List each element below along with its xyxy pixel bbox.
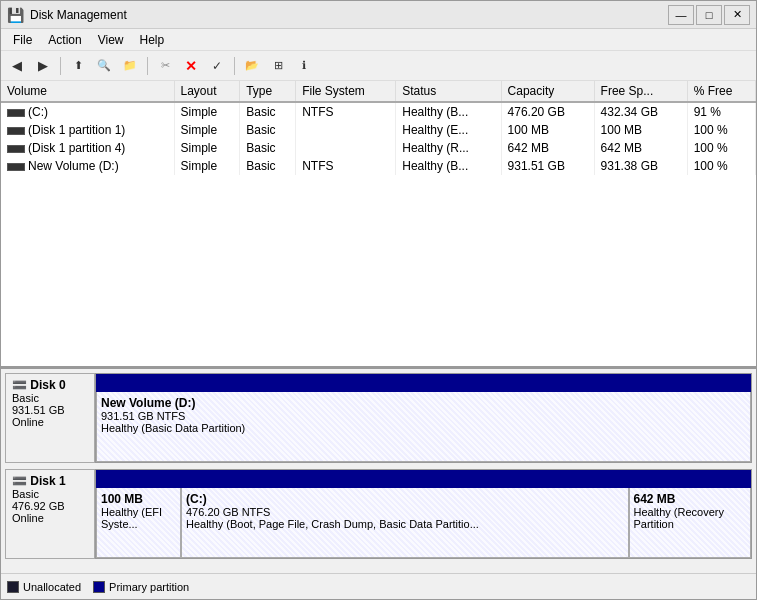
disk-1-partition-2[interactable]: 642 MB Healthy (Recovery Partition [629, 488, 752, 558]
col-type[interactable]: Type [240, 81, 296, 102]
menu-file[interactable]: File [5, 31, 40, 48]
disk-0-partitions-row: New Volume (D:) 931.51 GB NTFS Healthy (… [96, 392, 751, 462]
title-bar: 💾 Disk Management — □ ✕ [1, 1, 756, 29]
lower-pane: 🟰 Disk 0 Basic 931.51 GB Online New Volu… [1, 369, 756, 599]
disk-0-header-bar [96, 374, 751, 392]
col-pct-free[interactable]: % Free [687, 81, 755, 102]
cell-fs [296, 139, 396, 157]
cell-volume: New Volume (D:) [1, 157, 174, 175]
disk-1-part-0-name: 100 MB [101, 492, 176, 506]
disk-1-name: 🟰 Disk 1 [12, 474, 88, 488]
disk-1-header-bar [96, 470, 751, 488]
cell-layout: Simple [174, 157, 240, 175]
cut-button[interactable]: ✂ [153, 55, 177, 77]
cell-fs: NTFS [296, 102, 396, 121]
cell-layout: Simple [174, 102, 240, 121]
col-capacity[interactable]: Capacity [501, 81, 594, 102]
legend-primary-label: Primary partition [109, 581, 189, 593]
disk-0-partitions: New Volume (D:) 931.51 GB NTFS Healthy (… [95, 373, 752, 463]
cell-fs [296, 121, 396, 139]
up-button[interactable]: ⬆ [66, 55, 90, 77]
table-row[interactable]: (C:) Simple Basic NTFS Healthy (B... 476… [1, 102, 756, 121]
disk-0-partition-0[interactable]: New Volume (D:) 931.51 GB NTFS Healthy (… [96, 392, 751, 462]
disk-table: Volume Layout Type File System Status Ca… [1, 81, 756, 175]
col-status[interactable]: Status [396, 81, 501, 102]
disk-1-partition-0[interactable]: 100 MB Healthy (EFI Syste... [96, 488, 181, 558]
app-icon: 💾 [7, 7, 24, 23]
menu-bar: File Action View Help [1, 29, 756, 51]
upper-pane: Volume Layout Type File System Status Ca… [1, 81, 756, 369]
col-filesystem[interactable]: File System [296, 81, 396, 102]
legend-primary: Primary partition [93, 581, 189, 593]
disk-0-type: Basic [12, 392, 88, 404]
disk-1-size: 476.92 GB [12, 500, 88, 512]
search-button[interactable]: 🔍 [92, 55, 116, 77]
maximize-button[interactable]: □ [696, 5, 722, 25]
info-button[interactable]: ℹ [292, 55, 316, 77]
row-icon [7, 145, 25, 153]
delete-button[interactable]: ✕ [179, 55, 203, 77]
cell-status: Healthy (B... [396, 102, 501, 121]
minimize-button[interactable]: — [668, 5, 694, 25]
cell-layout: Simple [174, 121, 240, 139]
legend-unallocated: Unallocated [7, 581, 81, 593]
disk-visual-area: 🟰 Disk 0 Basic 931.51 GB Online New Volu… [1, 369, 756, 573]
disk-0-name: 🟰 Disk 0 [12, 378, 88, 392]
title-bar-left: 💾 Disk Management [7, 7, 127, 23]
disk-0-size: 931.51 GB [12, 404, 88, 416]
cell-free: 931.38 GB [594, 157, 687, 175]
cell-type: Basic [240, 121, 296, 139]
row-icon [7, 109, 25, 117]
disk-0-part-0-status: Healthy (Basic Data Partition) [101, 422, 746, 434]
cell-capacity: 476.20 GB [501, 102, 594, 121]
back-button[interactable]: ◀ [5, 55, 29, 77]
cell-type: Basic [240, 157, 296, 175]
table-row[interactable]: (Disk 1 partition 4) Simple Basic Health… [1, 139, 756, 157]
disk-1-type: Basic [12, 488, 88, 500]
table-row[interactable]: New Volume (D:) Simple Basic NTFS Health… [1, 157, 756, 175]
folders-button[interactable]: 📁 [118, 55, 142, 77]
col-free-space[interactable]: Free Sp... [594, 81, 687, 102]
cell-volume: (Disk 1 partition 1) [1, 121, 174, 139]
title-bar-controls: — □ ✕ [668, 5, 750, 25]
menu-help[interactable]: Help [132, 31, 173, 48]
cell-pct-free: 100 % [687, 157, 755, 175]
cell-pct-free: 91 % [687, 102, 755, 121]
legend-bar: Unallocated Primary partition [1, 573, 756, 599]
col-volume[interactable]: Volume [1, 81, 174, 102]
disk-1-part-2-status: Healthy (Recovery Partition [634, 506, 747, 530]
disk-1-label: 🟰 Disk 1 Basic 476.92 GB Online [5, 469, 95, 559]
cell-capacity: 642 MB [501, 139, 594, 157]
table-row[interactable]: (Disk 1 partition 1) Simple Basic Health… [1, 121, 756, 139]
cell-volume: (C:) [1, 102, 174, 121]
grid-button[interactable]: ⊞ [266, 55, 290, 77]
new-folder-button[interactable]: 📂 [240, 55, 264, 77]
toolbar-separator-3 [234, 57, 235, 75]
cell-status: Healthy (E... [396, 121, 501, 139]
disk-0-status: Online [12, 416, 88, 428]
close-button[interactable]: ✕ [724, 5, 750, 25]
menu-action[interactable]: Action [40, 31, 89, 48]
disk-0-label: 🟰 Disk 0 Basic 931.51 GB Online [5, 373, 95, 463]
disk-1-part-0-status: Healthy (EFI Syste... [101, 506, 176, 530]
disk-row-0: 🟰 Disk 0 Basic 931.51 GB Online New Volu… [5, 373, 752, 463]
menu-view[interactable]: View [90, 31, 132, 48]
disk-1-partitions-row: 100 MB Healthy (EFI Syste... (C:) 476.20… [96, 488, 751, 558]
check-button[interactable]: ✓ [205, 55, 229, 77]
row-icon [7, 163, 25, 171]
disk-1-partition-1[interactable]: (C:) 476.20 GB NTFS Healthy (Boot, Page … [181, 488, 629, 558]
legend-unallocated-label: Unallocated [23, 581, 81, 593]
disk-1-part-2-name: 642 MB [634, 492, 747, 506]
main-window: 💾 Disk Management — □ ✕ File Action View… [0, 0, 757, 600]
main-content: Volume Layout Type File System Status Ca… [1, 81, 756, 599]
cell-free: 432.34 GB [594, 102, 687, 121]
disk-1-partitions: 100 MB Healthy (EFI Syste... (C:) 476.20… [95, 469, 752, 559]
cell-status: Healthy (R... [396, 139, 501, 157]
col-layout[interactable]: Layout [174, 81, 240, 102]
cell-capacity: 931.51 GB [501, 157, 594, 175]
toolbar: ◀ ▶ ⬆ 🔍 📁 ✂ ✕ ✓ 📂 ⊞ ℹ [1, 51, 756, 81]
forward-button[interactable]: ▶ [31, 55, 55, 77]
cell-status: Healthy (B... [396, 157, 501, 175]
cell-capacity: 100 MB [501, 121, 594, 139]
cell-layout: Simple [174, 139, 240, 157]
